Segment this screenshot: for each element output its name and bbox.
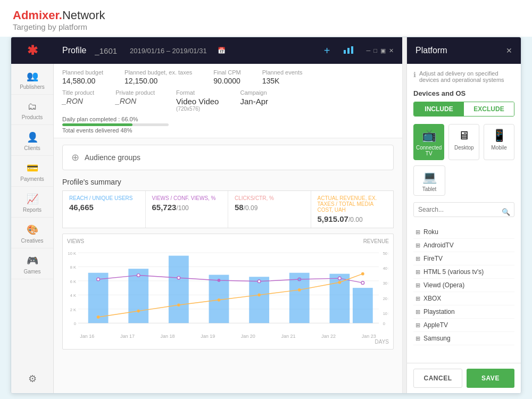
info-icon: ℹ bbox=[413, 71, 416, 83]
sidebar-item-reports[interactable]: 📈 Reports bbox=[11, 187, 53, 218]
app-title: Admixer.Network bbox=[13, 9, 519, 22]
html5-icon: ⊞ bbox=[415, 269, 420, 276]
progress-text-1: Daily plan completed : 66.0% bbox=[62, 116, 394, 122]
svg-text:4 K: 4 K bbox=[70, 293, 76, 298]
metric-reach-label: REACH / UNIQUE USERS bbox=[69, 195, 139, 201]
right-panel-header: Platform ✕ bbox=[407, 37, 521, 64]
sidebar: ✱ 👥 Publishers 🗂 Products 👤 Clients 💳 Pa… bbox=[11, 37, 54, 393]
sidebar-item-payments[interactable]: 💳 Payments bbox=[11, 156, 53, 187]
sidebar-settings[interactable]: ⚙ bbox=[11, 367, 53, 393]
stat-private-product-value: _RON bbox=[115, 97, 155, 105]
publishers-icon: 👥 bbox=[27, 70, 38, 82]
svg-rect-25 bbox=[249, 277, 269, 323]
exclude-button[interactable]: EXCLUDE bbox=[464, 102, 514, 116]
search-input[interactable] bbox=[413, 202, 514, 217]
os-list-item-firetv[interactable]: ⊞ FireTV bbox=[413, 252, 514, 265]
games-label: Games bbox=[23, 269, 40, 275]
stat-title-product: Title product _RON bbox=[62, 89, 94, 112]
os-list-item-androidtv[interactable]: ⊞ AndroidTV bbox=[413, 239, 514, 252]
os-list-item-samsung[interactable]: ⊞ Samsung bbox=[413, 332, 514, 345]
os-list-item-appletv[interactable]: ⊞ AppleTV bbox=[413, 319, 514, 332]
sidebar-item-products[interactable]: 🗂 Products bbox=[11, 95, 53, 125]
main-scrollbar[interactable] bbox=[402, 37, 406, 393]
minimize-icon[interactable]: ─ bbox=[367, 47, 371, 54]
games-icon: 🎮 bbox=[27, 255, 38, 267]
logo-icon: ✱ bbox=[27, 43, 38, 58]
search-icon: 🔍 bbox=[502, 208, 510, 216]
cancel-button[interactable]: CANCEL bbox=[413, 369, 462, 388]
svg-text:10 K: 10 K bbox=[68, 251, 76, 256]
product-name: Network bbox=[62, 9, 105, 22]
chart-icon[interactable] bbox=[343, 45, 354, 57]
os-list-item-html5[interactable]: ⊞ HTML 5 (various tv's) bbox=[413, 265, 514, 279]
payments-label: Payments bbox=[20, 176, 44, 182]
audience-box[interactable]: ⊕ Audience groups bbox=[62, 145, 394, 170]
restore-icon[interactable]: ▣ bbox=[380, 47, 386, 54]
window-controls: ─ □ ▣ ✕ bbox=[367, 47, 394, 54]
help-text: ℹ Adjust ad delivery on specified device… bbox=[413, 70, 514, 83]
device-card-desktop[interactable]: 🖥 Desktop bbox=[448, 124, 479, 160]
x-label-4: Jan 20 bbox=[241, 334, 255, 339]
clients-icon: 👤 bbox=[27, 131, 38, 143]
device-card-tablet[interactable]: 💻 Tablet bbox=[413, 165, 445, 196]
x-label-7: Jan 23 bbox=[362, 334, 376, 339]
os-list-item-xbox[interactable]: ⊞ XBOX bbox=[413, 292, 514, 305]
reports-icon: 📈 bbox=[27, 193, 38, 205]
x-label-5: Jan 21 bbox=[281, 334, 295, 339]
stat-format: Format Video Video (720x576) bbox=[176, 89, 219, 112]
connected-tv-label: Connected TV bbox=[416, 145, 442, 156]
format-sub: (720x576) bbox=[176, 106, 219, 112]
stats-row-1: Planned budget 14,580.00 Planned budget,… bbox=[62, 69, 394, 85]
products-label: Products bbox=[22, 114, 43, 120]
add-icon[interactable]: + bbox=[324, 45, 330, 57]
os-list-item-roku[interactable]: ⊞ Roku bbox=[413, 226, 514, 239]
sidebar-item-creatives[interactable]: 🎨 Creatives bbox=[11, 218, 53, 248]
close-icon[interactable]: ✕ bbox=[389, 47, 394, 54]
connected-tv-icon: 📺 bbox=[422, 129, 436, 143]
svg-text:6 K: 6 K bbox=[70, 279, 76, 284]
main-content: Profile _1601 2019/01/16 – 2019/01/31 📅 … bbox=[54, 37, 402, 393]
x-label-1: Jan 17 bbox=[120, 334, 135, 339]
samsung-icon: ⊞ bbox=[415, 335, 420, 342]
xbox-label: XBOX bbox=[423, 295, 441, 302]
os-list-item-playstation[interactable]: ⊞ Playstation bbox=[413, 305, 514, 319]
metric-clicks-value: 58/0.09 bbox=[235, 203, 304, 212]
x-label-6: Jan 22 bbox=[321, 334, 336, 339]
device-card-mobile[interactable]: 📱 Mobile bbox=[484, 124, 514, 160]
svg-point-41 bbox=[257, 294, 261, 297]
chart-area: 10 K 8 K 6 K 4 K 2 K 0 50 K 40 K 30 K 20… bbox=[67, 246, 389, 331]
stat-private-product-label: Private product bbox=[115, 89, 155, 96]
svg-point-43 bbox=[338, 281, 342, 284]
audience-icon: ⊕ bbox=[71, 152, 79, 163]
settings-icon: ⚙ bbox=[28, 373, 37, 385]
device-card-connected-tv[interactable]: 📺 Connected TV bbox=[413, 124, 444, 160]
stat-planned-budget-ex-value: 12,150.00 bbox=[124, 77, 192, 85]
androidtv-label: AndroidTV bbox=[423, 242, 454, 249]
stat-title-product-label: Title product bbox=[62, 89, 94, 96]
html5-label: HTML 5 (various tv's) bbox=[423, 268, 484, 276]
brand-name: Admixer. bbox=[13, 9, 62, 22]
stats-row-2: Title product _RON Private product _RON … bbox=[62, 89, 394, 112]
sidebar-item-publishers[interactable]: 👥 Publishers bbox=[11, 64, 53, 95]
audience-label: Audience groups bbox=[85, 153, 140, 162]
sidebar-logo: ✱ bbox=[11, 37, 54, 64]
chart-x-labels: Jan 16 Jan 17 Jan 18 Jan 19 Jan 20 Jan 2… bbox=[67, 334, 389, 339]
stat-planned-budget-label: Planned budget bbox=[62, 69, 103, 76]
profile-title: Profile bbox=[62, 46, 86, 55]
metric-revenue-label: ACTUAL REVENUE, EX. TAXES / TOTAL MEDIA … bbox=[318, 195, 387, 213]
chart-container: VIEWS REVENUE 10 K 8 K 6 K 4 K 2 K 0 50 … bbox=[62, 234, 394, 350]
right-panel-close-icon[interactable]: ✕ bbox=[506, 46, 512, 55]
sidebar-item-games[interactable]: 🎮 Games bbox=[11, 248, 53, 279]
os-list-item-viewd[interactable]: ⊞ Viewd (Opera) bbox=[413, 279, 514, 292]
maximize-icon[interactable]: □ bbox=[373, 47, 377, 54]
sidebar-item-clients[interactable]: 👤 Clients bbox=[11, 125, 53, 156]
chart-days-label: DAYS bbox=[67, 339, 389, 345]
roku-label: Roku bbox=[423, 228, 438, 236]
include-button[interactable]: INCLUDE bbox=[414, 102, 464, 116]
save-button[interactable]: SAVE bbox=[467, 369, 514, 388]
progress-text-2: Total events delivered 48% bbox=[62, 127, 394, 134]
svg-point-37 bbox=[97, 315, 100, 319]
tablet-icon: 💻 bbox=[422, 170, 437, 184]
firetv-label: FireTV bbox=[423, 255, 443, 262]
chart-revenue-label: REVENUE bbox=[363, 238, 389, 244]
